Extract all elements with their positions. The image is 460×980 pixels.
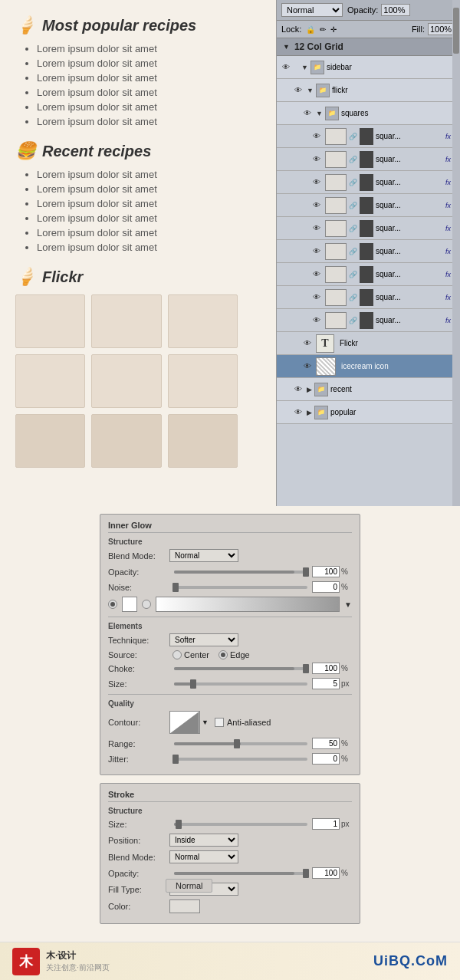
eye-icon[interactable]: 👁	[292, 383, 304, 396]
watermark-logo: 木	[12, 948, 40, 975]
eye-icon[interactable]: 👁	[310, 291, 323, 304]
jitter-slider[interactable]	[174, 758, 307, 761]
center-radio[interactable]	[172, 650, 182, 659]
jitter-input[interactable]	[312, 753, 340, 765]
divider	[108, 694, 352, 695]
layer-name: squar...	[376, 247, 443, 255]
divider	[108, 617, 352, 617]
eye-icon[interactable]: 👁	[310, 153, 323, 166]
eye-icon[interactable]: 👁	[292, 406, 304, 419]
eye-icon[interactable]: 👁	[310, 314, 323, 327]
opacity-input[interactable]	[381, 4, 410, 16]
edge-radio-label[interactable]: Edge	[219, 650, 250, 659]
eye-icon[interactable]: 👁	[301, 337, 314, 350]
eye-icon[interactable]: 👁	[310, 268, 323, 281]
choke-slider[interactable]	[174, 667, 307, 670]
eye-icon[interactable]: 👁	[310, 130, 323, 143]
layer-name: flickr	[332, 86, 457, 94]
noise-input[interactable]	[312, 581, 340, 593]
size-slider[interactable]	[174, 682, 307, 686]
layer-square-9[interactable]: 👁 🔗 squar... fx ▾	[277, 309, 460, 332]
layer-square-7[interactable]: 👁 🔗 squar... fx ▾	[277, 263, 460, 286]
flickr-cell[interactable]	[15, 414, 85, 468]
stroke-size-row: Size: px	[108, 818, 352, 830]
layer-recent[interactable]: 👁 ▶ 📁 recent	[277, 378, 460, 401]
size-unit: px	[341, 679, 352, 688]
eye-icon[interactable]: 👁	[310, 199, 323, 212]
technique-select[interactable]: Softer	[169, 633, 238, 646]
layer-name: squar...	[376, 201, 443, 209]
eye-icon[interactable]: 👁	[292, 84, 304, 97]
stroke-size-input[interactable]	[312, 818, 340, 830]
eye-icon[interactable]: 👁	[301, 360, 314, 373]
size-input[interactable]	[312, 678, 340, 689]
blend-mode-select[interactable]: Normal	[169, 549, 238, 562]
noise-slider[interactable]	[174, 586, 307, 589]
layer-flickr-text[interactable]: 👁 T Flickr	[277, 332, 460, 355]
flickr-grid	[15, 294, 238, 468]
choke-input[interactable]	[312, 663, 340, 674]
stroke-color-swatch[interactable]	[169, 899, 200, 913]
layer-sidebar[interactable]: 👁 ▼ 📁 sidebar	[277, 56, 460, 79]
layer-square-4[interactable]: 👁 🔗 squar... fx ▾	[277, 194, 460, 217]
eye-icon[interactable]: 👁	[310, 176, 323, 189]
fx-badge: fx	[445, 133, 451, 140]
contour-preview[interactable]	[169, 711, 200, 734]
recent-icon: 🍔	[15, 141, 36, 161]
layer-square-8[interactable]: 👁 🔗 squar... fx ▾	[277, 286, 460, 309]
stroke-position-select[interactable]: Inside	[169, 834, 238, 847]
fill-input[interactable]	[428, 23, 455, 35]
stroke-size-slider[interactable]	[174, 823, 307, 826]
eye-icon[interactable]: 👁	[301, 107, 314, 120]
layer-square-1[interactable]: 👁 🔗 squar... fx ▾	[277, 125, 460, 148]
layer-square-2[interactable]: 👁 🔗 squar... fx ▾	[277, 148, 460, 171]
svg-marker-0	[170, 712, 199, 733]
center-radio-label[interactable]: Center	[172, 650, 209, 659]
stroke-opacity-slider[interactable]	[174, 872, 307, 875]
eye-icon[interactable]: 👁	[310, 245, 323, 258]
flickr-cell[interactable]	[168, 414, 238, 468]
gradient-swatch[interactable]	[156, 597, 340, 612]
range-slider[interactable]	[174, 742, 307, 745]
fx-badge: fx	[445, 179, 451, 186]
contour-label: Contour:	[108, 718, 169, 727]
layer-icecream[interactable]: 👁 icecream icon	[277, 355, 460, 378]
opacity-input[interactable]	[312, 566, 340, 577]
anti-alias-checkbox[interactable]	[215, 718, 224, 727]
layer-square-6[interactable]: 👁 🔗 squar... fx ▾	[277, 240, 460, 263]
flickr-cell[interactable]	[91, 414, 161, 468]
flickr-cell[interactable]	[91, 354, 161, 408]
flickr-cell[interactable]	[15, 354, 85, 408]
layers-scrollbar[interactable]	[452, 0, 460, 506]
color-swatch[interactable]	[122, 597, 137, 612]
fx-badge: fx	[445, 317, 451, 324]
popular-section-header: 🍦 Most popular recipes	[15, 15, 238, 35]
flickr-cell[interactable]	[168, 354, 238, 408]
flickr-cell[interactable]	[168, 294, 238, 348]
scrollbar-thumb[interactable]	[453, 8, 459, 54]
list-item: Lorem ipsum dolor sit amet	[37, 101, 238, 113]
gradient-radio[interactable]	[142, 600, 151, 609]
layer-square-3[interactable]: 👁 🔗 squar... fx ▾	[277, 171, 460, 194]
range-input[interactable]	[312, 738, 340, 749]
layer-name: squar...	[376, 316, 443, 324]
layer-name: squar...	[376, 132, 443, 140]
stroke-blend-select[interactable]: Normal	[169, 850, 238, 863]
eye-icon[interactable]: 👁	[310, 222, 323, 235]
layer-flickr[interactable]: 👁 ▼ 📁 flickr	[277, 79, 460, 102]
blend-mode-select[interactable]: Normal	[281, 3, 343, 17]
layer-square-5[interactable]: 👁 🔗 squar... fx ▾	[277, 217, 460, 240]
stroke-opacity-input[interactable]	[312, 867, 340, 879]
layer-name: squar...	[376, 270, 443, 278]
flickr-cell[interactable]	[91, 294, 161, 348]
opacity-slider[interactable]	[174, 571, 307, 574]
edge-radio[interactable]	[219, 650, 228, 659]
choke-row: Choke: %	[108, 663, 352, 674]
color-radio[interactable]	[108, 600, 117, 609]
flickr-cell[interactable]	[15, 294, 85, 348]
layer-popular[interactable]: 👁 ▶ 📁 popular	[277, 401, 460, 424]
opacity-row: Opacity: %	[108, 566, 352, 577]
eye-icon[interactable]: 👁	[280, 61, 292, 74]
source-row: Source: Center Edge	[108, 650, 352, 659]
layer-squares[interactable]: 👁 ▼ 📁 squares	[277, 102, 460, 125]
